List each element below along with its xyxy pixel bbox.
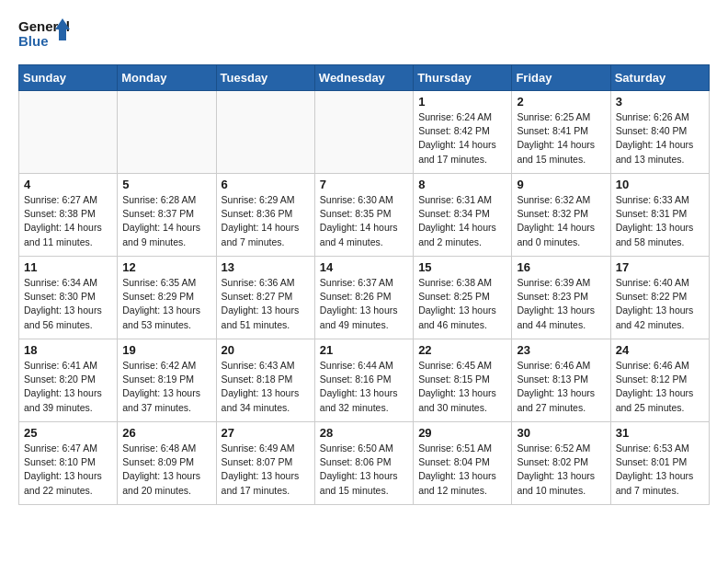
day-number: 21 (320, 343, 408, 357)
day-number: 9 (517, 178, 605, 191)
calendar-cell: 27Sunrise: 6:49 AMSunset: 8:07 PMDayligh… (216, 422, 314, 505)
calendar-header-friday: Friday (512, 65, 610, 91)
calendar-cell: 7Sunrise: 6:30 AMSunset: 8:35 PMDaylight… (314, 174, 413, 257)
calendar-cell: 29Sunrise: 6:51 AMSunset: 8:04 PMDayligh… (414, 422, 512, 505)
calendar-header-sunday: Sunday (19, 65, 118, 91)
day-info: Sunrise: 6:40 AMSunset: 8:22 PMDaylight:… (616, 276, 704, 332)
day-info: Sunrise: 6:36 AMSunset: 8:27 PMDaylight:… (222, 276, 310, 332)
calendar-cell: 4Sunrise: 6:27 AMSunset: 8:38 PMDaylight… (19, 174, 118, 257)
week-row-1: 1Sunrise: 6:24 AMSunset: 8:42 PMDaylight… (19, 91, 710, 174)
day-info: Sunrise: 6:35 AMSunset: 8:29 PMDaylight:… (122, 276, 210, 332)
day-number: 19 (122, 343, 210, 357)
calendar-cell: 20Sunrise: 6:43 AMSunset: 8:18 PMDayligh… (216, 339, 314, 422)
day-info: Sunrise: 6:50 AMSunset: 8:06 PMDaylight:… (320, 442, 408, 498)
day-number: 26 (122, 426, 210, 440)
calendar-cell: 26Sunrise: 6:48 AMSunset: 8:09 PMDayligh… (118, 422, 216, 505)
calendar-cell: 16Sunrise: 6:39 AMSunset: 8:23 PMDayligh… (512, 257, 610, 339)
calendar-cell: 14Sunrise: 6:37 AMSunset: 8:26 PMDayligh… (314, 257, 413, 339)
day-info: Sunrise: 6:42 AMSunset: 8:19 PMDaylight:… (122, 359, 210, 415)
day-number: 24 (616, 343, 704, 357)
day-number: 29 (418, 426, 506, 440)
calendar-cell: 10Sunrise: 6:33 AMSunset: 8:31 PMDayligh… (610, 174, 709, 257)
day-number: 2 (517, 95, 605, 109)
calendar-header-thursday: Thursday (414, 65, 512, 91)
calendar-cell: 30Sunrise: 6:52 AMSunset: 8:02 PMDayligh… (512, 422, 610, 505)
calendar-cell: 22Sunrise: 6:45 AMSunset: 8:15 PMDayligh… (414, 339, 512, 422)
calendar-cell: 8Sunrise: 6:31 AMSunset: 8:34 PMDaylight… (414, 174, 512, 257)
calendar-cell: 5Sunrise: 6:28 AMSunset: 8:37 PMDaylight… (118, 174, 216, 257)
day-info: Sunrise: 6:39 AMSunset: 8:23 PMDaylight:… (517, 276, 605, 332)
day-info: Sunrise: 6:47 AMSunset: 8:10 PMDaylight:… (24, 442, 112, 498)
day-number: 20 (222, 343, 310, 357)
day-info: Sunrise: 6:37 AMSunset: 8:26 PMDaylight:… (320, 276, 408, 332)
day-info: Sunrise: 6:29 AMSunset: 8:36 PMDaylight:… (222, 193, 310, 249)
day-info: Sunrise: 6:26 AMSunset: 8:40 PMDaylight:… (616, 110, 704, 167)
calendar-cell: 19Sunrise: 6:42 AMSunset: 8:19 PMDayligh… (118, 339, 216, 422)
day-info: Sunrise: 6:53 AMSunset: 8:01 PMDaylight:… (616, 442, 704, 498)
calendar-cell: 12Sunrise: 6:35 AMSunset: 8:29 PMDayligh… (118, 257, 216, 339)
day-number: 28 (320, 426, 408, 440)
week-row-3: 11Sunrise: 6:34 AMSunset: 8:30 PMDayligh… (19, 257, 710, 339)
calendar-cell: 3Sunrise: 6:26 AMSunset: 8:40 PMDaylight… (610, 91, 709, 174)
day-number: 8 (418, 178, 506, 191)
day-number: 3 (616, 95, 704, 109)
day-number: 6 (222, 178, 310, 191)
day-info: Sunrise: 6:34 AMSunset: 8:30 PMDaylight:… (24, 276, 112, 332)
day-number: 22 (418, 343, 506, 357)
calendar-cell (19, 91, 118, 174)
calendar-cell: 31Sunrise: 6:53 AMSunset: 8:01 PMDayligh… (610, 422, 709, 505)
calendar-header-row: SundayMondayTuesdayWednesdayThursdayFrid… (19, 65, 710, 91)
calendar-cell: 13Sunrise: 6:36 AMSunset: 8:27 PMDayligh… (216, 257, 314, 339)
header: General Blue (18, 15, 710, 55)
day-info: Sunrise: 6:49 AMSunset: 8:07 PMDaylight:… (222, 442, 310, 498)
day-info: Sunrise: 6:52 AMSunset: 8:02 PMDaylight:… (517, 442, 605, 498)
calendar-header-monday: Monday (118, 65, 216, 91)
calendar-cell: 9Sunrise: 6:32 AMSunset: 8:32 PMDaylight… (512, 174, 610, 257)
calendar-header-wednesday: Wednesday (314, 65, 413, 91)
calendar-cell: 2Sunrise: 6:25 AMSunset: 8:41 PMDaylight… (512, 91, 610, 174)
calendar-header-tuesday: Tuesday (216, 65, 314, 91)
calendar-cell: 17Sunrise: 6:40 AMSunset: 8:22 PMDayligh… (610, 257, 709, 339)
day-number: 10 (616, 178, 704, 191)
day-number: 11 (24, 260, 112, 274)
calendar-cell (314, 91, 413, 174)
calendar-cell: 21Sunrise: 6:44 AMSunset: 8:16 PMDayligh… (314, 339, 413, 422)
day-info: Sunrise: 6:46 AMSunset: 8:12 PMDaylight:… (616, 359, 704, 415)
week-row-5: 25Sunrise: 6:47 AMSunset: 8:10 PMDayligh… (19, 422, 710, 505)
day-number: 14 (320, 260, 408, 274)
day-info: Sunrise: 6:38 AMSunset: 8:25 PMDaylight:… (418, 276, 506, 332)
day-info: Sunrise: 6:33 AMSunset: 8:31 PMDaylight:… (616, 193, 704, 249)
day-info: Sunrise: 6:43 AMSunset: 8:18 PMDaylight:… (222, 359, 310, 415)
day-number: 18 (24, 343, 112, 357)
calendar: SundayMondayTuesdayWednesdayThursdayFrid… (18, 64, 710, 505)
day-info: Sunrise: 6:24 AMSunset: 8:42 PMDaylight:… (418, 110, 506, 167)
calendar-cell: 11Sunrise: 6:34 AMSunset: 8:30 PMDayligh… (19, 257, 118, 339)
day-number: 15 (418, 260, 506, 274)
day-number: 12 (122, 260, 210, 274)
calendar-cell: 18Sunrise: 6:41 AMSunset: 8:20 PMDayligh… (19, 339, 118, 422)
day-info: Sunrise: 6:41 AMSunset: 8:20 PMDaylight:… (24, 359, 112, 415)
calendar-cell (118, 91, 216, 174)
day-info: Sunrise: 6:51 AMSunset: 8:04 PMDaylight:… (418, 442, 506, 498)
day-number: 23 (517, 343, 605, 357)
calendar-cell: 24Sunrise: 6:46 AMSunset: 8:12 PMDayligh… (610, 339, 709, 422)
day-number: 17 (616, 260, 704, 274)
day-info: Sunrise: 6:45 AMSunset: 8:15 PMDaylight:… (418, 359, 506, 415)
day-number: 1 (418, 95, 506, 109)
day-number: 13 (222, 260, 310, 274)
calendar-cell: 28Sunrise: 6:50 AMSunset: 8:06 PMDayligh… (314, 422, 413, 505)
day-info: Sunrise: 6:44 AMSunset: 8:16 PMDaylight:… (320, 359, 408, 415)
day-info: Sunrise: 6:48 AMSunset: 8:09 PMDaylight:… (122, 442, 210, 498)
day-info: Sunrise: 6:25 AMSunset: 8:41 PMDaylight:… (517, 110, 605, 167)
logo-icon: General Blue (18, 15, 74, 55)
svg-text:Blue: Blue (18, 33, 49, 49)
calendar-cell: 15Sunrise: 6:38 AMSunset: 8:25 PMDayligh… (414, 257, 512, 339)
day-number: 4 (24, 178, 112, 191)
day-number: 30 (517, 426, 605, 440)
day-number: 7 (320, 178, 408, 191)
week-row-4: 18Sunrise: 6:41 AMSunset: 8:20 PMDayligh… (19, 339, 710, 422)
day-number: 31 (616, 426, 704, 440)
calendar-cell: 23Sunrise: 6:46 AMSunset: 8:13 PMDayligh… (512, 339, 610, 422)
day-number: 25 (24, 426, 112, 440)
day-info: Sunrise: 6:30 AMSunset: 8:35 PMDaylight:… (320, 193, 408, 249)
